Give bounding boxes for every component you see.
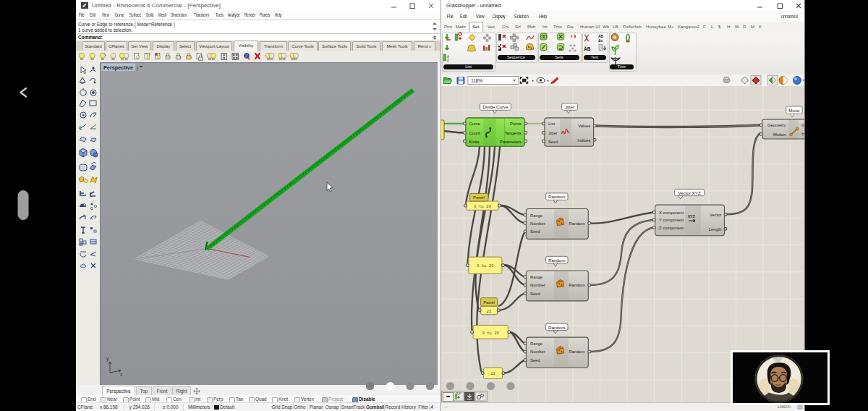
- svg-text:Random: Random: [548, 258, 565, 263]
- svg-text:0 to 20: 0 to 20: [482, 331, 499, 336]
- svg-text:|: |: [137, 65, 138, 71]
- svg-text:Parameters: Parameters: [500, 140, 522, 144]
- svg-text:Z: Z: [447, 59, 449, 62]
- svg-text:Kinks: Kinks: [469, 140, 480, 144]
- svg-text:21: 21: [487, 309, 492, 314]
- svg-text:Z component: Z component: [659, 226, 684, 230]
- svg-text:X component: X component: [659, 211, 684, 215]
- svg-text:ÀB: ÀB: [584, 46, 591, 51]
- svg-text:List: List: [548, 122, 555, 126]
- svg-text:Vector: Vector: [710, 213, 722, 217]
- svg-text:Points: Points: [510, 122, 522, 126]
- svg-text:Seed: Seed: [548, 140, 558, 144]
- svg-text:22: 22: [490, 371, 495, 376]
- svg-text:Move: Move: [788, 108, 800, 113]
- svg-text:Geometry: Geometry: [767, 123, 786, 127]
- svg-text:Motion: Motion: [773, 132, 786, 137]
- svg-text:Panel: Panel: [483, 300, 495, 305]
- svg-text:XYZ: XYZ: [688, 214, 695, 219]
- svg-text:&c: &c: [598, 38, 603, 43]
- svg-text:Indices: Indices: [577, 138, 590, 143]
- svg-text:Values: Values: [578, 124, 590, 128]
- svg-text:Vector XYZ: Vector XYZ: [678, 190, 701, 195]
- svg-text:Divide Curve: Divide Curve: [482, 104, 509, 109]
- svg-text:Random: Random: [548, 194, 565, 199]
- svg-text:Random: Random: [569, 221, 585, 226]
- svg-text:Random: Random: [548, 325, 565, 330]
- svg-text:Range: Range: [530, 213, 542, 218]
- svg-text:Number: Number: [530, 221, 545, 226]
- svg-text:0 to 20: 0 to 20: [477, 263, 494, 268]
- svg-text:118%: 118%: [471, 78, 482, 83]
- svg-text:Y component: Y component: [659, 218, 684, 222]
- svg-text:Jitter: Jitter: [565, 104, 574, 109]
- svg-text:Perspective: Perspective: [103, 64, 133, 71]
- svg-text:Jitter: Jitter: [548, 131, 558, 135]
- svg-text:0 to 20: 0 to 20: [474, 204, 491, 209]
- svg-text:Panel: Panel: [473, 195, 485, 200]
- svg-text:Length: Length: [709, 227, 722, 232]
- svg-text:Curve: Curve: [469, 122, 480, 126]
- svg-text:Seed: Seed: [530, 229, 540, 234]
- svg-text:Tangents: Tangents: [504, 131, 522, 135]
- svg-text:Count: Count: [469, 131, 481, 135]
